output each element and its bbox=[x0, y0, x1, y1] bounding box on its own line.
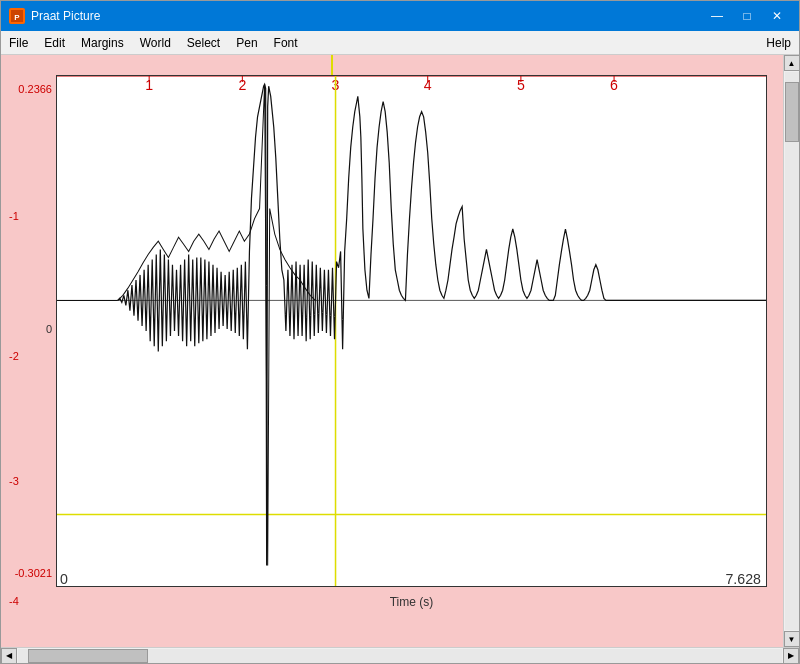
y-zero-label: 0 bbox=[46, 323, 52, 335]
y-label-minus1: -1 bbox=[9, 210, 19, 222]
title-controls: — □ ✕ bbox=[703, 5, 791, 27]
hscrollbar-track[interactable] bbox=[18, 649, 782, 663]
menu-margins[interactable]: Margins bbox=[73, 34, 132, 52]
scroll-left-button[interactable]: ◀ bbox=[1, 648, 17, 664]
window-title: Praat Picture bbox=[31, 9, 100, 23]
scroll-right-button[interactable]: ▶ bbox=[783, 648, 799, 664]
y-label-minus3: -3 bbox=[9, 475, 19, 487]
menu-world[interactable]: World bbox=[132, 34, 179, 52]
svg-text:7.628: 7.628 bbox=[725, 571, 761, 586]
menu-bar: File Edit Margins World Select Pen Font … bbox=[1, 31, 799, 55]
menu-edit[interactable]: Edit bbox=[36, 34, 73, 52]
menu-font[interactable]: Font bbox=[266, 34, 306, 52]
time-axis-label: Time (s) bbox=[56, 595, 767, 609]
maximize-button[interactable]: □ bbox=[733, 5, 761, 27]
app-icon: P bbox=[9, 8, 25, 24]
scrollbar-thumb[interactable] bbox=[785, 82, 799, 142]
menu-help[interactable]: Help bbox=[758, 34, 799, 52]
menu-pen[interactable]: Pen bbox=[228, 34, 265, 52]
minimize-button[interactable]: — bbox=[703, 5, 731, 27]
y-axis-left: 0.2366 0 -0.3021 bbox=[1, 75, 56, 587]
yellow-line-top bbox=[331, 55, 333, 75]
content-area: 0.2366 0 -0.3021 -1 -2 -3 -4 bbox=[1, 55, 799, 647]
hscrollbar-thumb[interactable] bbox=[28, 649, 148, 663]
close-button[interactable]: ✕ bbox=[763, 5, 791, 27]
title-bar: P Praat Picture — □ ✕ bbox=[1, 1, 799, 31]
scroll-down-button[interactable]: ▼ bbox=[784, 631, 800, 647]
menu-file[interactable]: File bbox=[1, 34, 36, 52]
waveform-svg: 1 2 3 4 5 6 bbox=[57, 76, 766, 586]
svg-text:P: P bbox=[14, 13, 20, 22]
scroll-up-button[interactable]: ▲ bbox=[784, 55, 800, 71]
y-label-minus4: -4 bbox=[9, 595, 19, 607]
scrollbar-right: ▲ ▼ bbox=[783, 55, 799, 647]
waveform-container: 1 2 3 4 5 6 bbox=[56, 75, 767, 587]
y-max-label: 0.2366 bbox=[18, 83, 52, 95]
top-ruler bbox=[56, 55, 783, 75]
scrollbar-bottom: ◀ ▶ bbox=[1, 647, 799, 663]
y-min-label: -0.3021 bbox=[15, 567, 52, 579]
menu-select[interactable]: Select bbox=[179, 34, 228, 52]
title-bar-left: P Praat Picture bbox=[9, 8, 100, 24]
main-window: P Praat Picture — □ ✕ File Edit Margins … bbox=[0, 0, 800, 664]
yellow-right-extension bbox=[767, 75, 783, 587]
scrollbar-track[interactable] bbox=[785, 72, 799, 630]
picture-area: 0.2366 0 -0.3021 -1 -2 -3 -4 bbox=[1, 55, 783, 647]
svg-text:0: 0 bbox=[60, 571, 68, 586]
y-label-minus2: -2 bbox=[9, 350, 19, 362]
